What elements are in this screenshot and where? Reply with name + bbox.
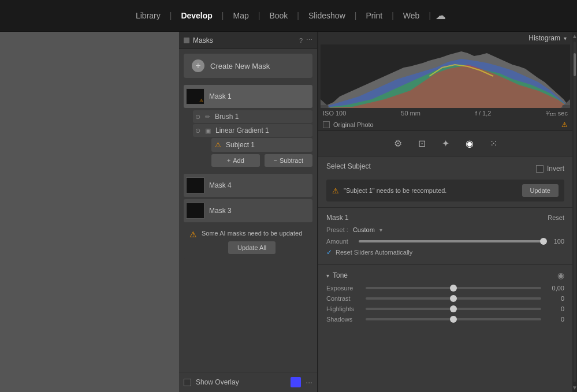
original-photo-label: Original Photo <box>333 121 374 128</box>
amount-slider-row: Amount 100 <box>326 238 564 245</box>
histogram-warning-row: Original Photo ⚠ <box>318 119 572 130</box>
focal-length: 50 mm <box>401 110 420 117</box>
panel-help-icon[interactable]: ? <box>299 37 303 44</box>
amount-value: 100 <box>548 238 564 245</box>
crop-tool-icon[interactable]: ⊡ <box>416 136 428 151</box>
preset-dropdown-icon[interactable]: ▾ <box>379 227 382 233</box>
shutter-speed: ¹⁄₁₂₅ sec <box>546 110 568 117</box>
reset-sliders-label: Reset Sliders Automatically <box>336 249 412 256</box>
invert-checkbox[interactable] <box>536 165 544 173</box>
svg-text:▲: ▲ <box>321 106 327 108</box>
tone-title-row: ▾ Tone <box>326 271 348 279</box>
create-new-mask-button[interactable]: + Create New Mask <box>184 54 312 78</box>
panel-collapse-icon[interactable]: ⋯ <box>306 36 312 44</box>
invert-label: Invert <box>547 165 564 173</box>
subject1-item[interactable]: ⚠ Subject 1 <box>211 138 312 152</box>
histogram-meta: ISO 100 50 mm f / 1,2 ¹⁄₁₂₅ sec <box>318 108 572 119</box>
update-all-button[interactable]: Update All <box>228 241 276 254</box>
overlay-options-icon[interactable]: ··· <box>306 378 312 387</box>
mask-item-mask3[interactable]: Mask 3 <box>184 199 312 222</box>
exposure-slider-thumb[interactable] <box>450 285 457 292</box>
tone-eye-icon[interactable]: ◉ <box>557 271 564 280</box>
overlay-color-swatch[interactable] <box>291 377 301 387</box>
mask-item-mask4[interactable]: Mask 4 <box>184 174 312 197</box>
mask-item-mask1[interactable]: ⚠ Mask 1 <box>184 85 312 108</box>
contrast-label: Contrast <box>326 295 361 302</box>
recompute-warning-icon: ⚠ <box>332 186 339 195</box>
right-scrollbar[interactable]: ▲ ▼ <box>572 32 577 392</box>
add-icon: + <box>227 157 230 164</box>
exposure-value: 0,00 <box>546 285 564 292</box>
nav-develop[interactable]: Develop <box>176 9 217 23</box>
scroll-down-icon[interactable]: ▼ <box>572 384 577 391</box>
scroll-track[interactable] <box>574 42 576 382</box>
recompute-text: "Subject 1" needs to be recomputed. <box>344 187 518 194</box>
exposure-slider-row: Exposure 0,00 <box>326 285 564 292</box>
highlights-slider-row: Highlights 0 <box>326 305 564 312</box>
nav-slideshow[interactable]: Slideshow <box>304 9 350 23</box>
brush1-name: Brush 1 <box>215 113 239 121</box>
preset-label: Preset : <box>326 226 348 233</box>
select-tool-icon[interactable]: ⁙ <box>487 136 500 151</box>
tone-title: Tone <box>333 271 348 279</box>
shadows-slider-track[interactable] <box>366 318 541 320</box>
plus-icon: + <box>192 59 204 72</box>
amount-slider-thumb[interactable] <box>540 238 547 245</box>
highlights-slider-track[interactable] <box>366 308 541 310</box>
original-photo-checkbox[interactable] <box>323 121 330 128</box>
mask3-name: Mask 3 <box>209 207 232 215</box>
mask4-name: Mask 4 <box>209 181 232 189</box>
update-subject-button[interactable]: Update <box>522 184 559 197</box>
nav-map[interactable]: Map <box>229 9 254 23</box>
add-button[interactable]: + Add <box>211 154 260 167</box>
sliders-tool-icon[interactable]: ⚙ <box>392 136 404 151</box>
right-scrollable-content: Select Subject Invert ⚠ "Subject 1" need… <box>318 156 572 392</box>
exposure-slider-track[interactable] <box>366 287 541 289</box>
scroll-thumb[interactable] <box>574 53 576 76</box>
contrast-slider-track[interactable] <box>366 297 541 300</box>
histogram-title: Histogram <box>528 34 560 42</box>
subtract-label: Subtract <box>280 157 303 164</box>
gradient-tool-icon: ▣ <box>205 127 211 135</box>
panel-content: + Create New Mask ⚠ Mask 1 ⊙ ✏ Brush 1 <box>179 49 317 372</box>
ai-masks-warning-banner: ⚠ Some AI masks need to be updated Updat… <box>184 225 312 259</box>
tone-collapse-icon[interactable]: ▾ <box>326 272 329 279</box>
show-overlay-checkbox[interactable] <box>184 379 191 386</box>
nav-print[interactable]: Print <box>361 9 387 23</box>
scroll-up-icon[interactable]: ▲ <box>572 33 577 39</box>
mask1-settings-title: Mask 1 <box>326 214 349 222</box>
amount-slider-track[interactable] <box>359 240 544 242</box>
invert-row: Select Subject Invert <box>326 162 564 175</box>
mask1-warning-icon: ⚠ <box>199 98 203 103</box>
nav-web[interactable]: Web <box>399 9 425 23</box>
histogram-chart: ▲ ▲ <box>321 44 570 108</box>
reset-mask-link[interactable]: Reset <box>548 214 564 221</box>
brush1-item[interactable]: ⊙ ✏ Brush 1 <box>193 110 312 123</box>
subject1-warning-icon: ⚠ <box>215 141 221 149</box>
nav-book[interactable]: Book <box>265 9 292 23</box>
brush-icon: ⊙ <box>195 113 200 121</box>
nav-library[interactable]: Library <box>131 9 165 23</box>
mask4-thumbnail <box>186 177 204 193</box>
iso-value: ISO 100 <box>323 110 346 117</box>
shadows-slider-thumb[interactable] <box>450 316 457 323</box>
heal-tool-icon[interactable]: ✦ <box>440 136 452 151</box>
contrast-slider-thumb[interactable] <box>450 295 457 302</box>
linear-gradient1-item[interactable]: ⊙ ▣ Linear Gradient 1 <box>193 124 312 137</box>
amount-slider-fill <box>359 240 544 242</box>
histogram-header: Histogram ▾ <box>318 32 572 44</box>
warning-content: Some AI masks need to be updated Update … <box>202 229 302 254</box>
svg-text:▲: ▲ <box>564 106 569 108</box>
histogram-collapse-icon[interactable]: ▾ <box>564 35 567 42</box>
select-subject-section: Select Subject Invert ⚠ "Subject 1" need… <box>318 156 572 208</box>
subtract-button[interactable]: − Subtract <box>265 154 313 167</box>
cloud-icon[interactable]: ☁ <box>435 9 446 22</box>
histogram-section: Histogram ▾ <box>318 32 572 131</box>
tone-header: ▾ Tone ◉ <box>326 271 564 280</box>
brush-tool-icon: ✏ <box>205 113 210 121</box>
mask1-sub-items: ⊙ ✏ Brush 1 ⊙ ▣ Linear Gradient 1 ⚠ Subj… <box>193 110 312 167</box>
mask-tool-icon[interactable]: ◉ <box>463 136 476 151</box>
show-overlay-label: Show Overlay <box>196 378 286 386</box>
highlights-slider-thumb[interactable] <box>450 305 457 312</box>
panel-header: Masks ? ⋯ <box>179 32 317 49</box>
